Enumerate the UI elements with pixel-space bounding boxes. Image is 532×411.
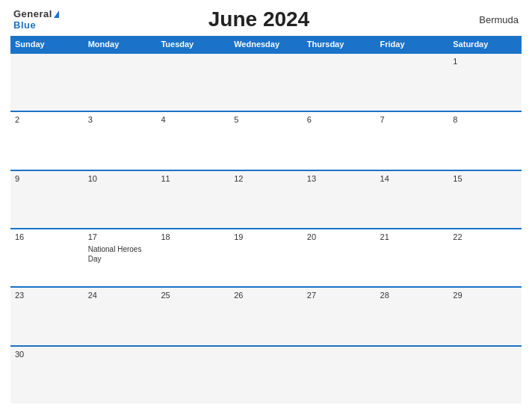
day-header-sunday: Sunday: [10, 36, 84, 52]
day-cell: 21: [376, 229, 449, 286]
day-number: 19: [234, 232, 298, 241]
day-cell: [376, 54, 449, 111]
day-number: 23: [15, 291, 79, 300]
day-header-saturday: Saturday: [448, 36, 522, 52]
day-cell: 8: [448, 112, 522, 169]
day-number: 7: [380, 115, 445, 124]
day-number: 20: [307, 232, 371, 241]
region-label: Bermuda: [459, 14, 519, 25]
day-cell: 6: [303, 112, 376, 169]
calendar-title: June 2024: [59, 7, 459, 31]
day-cell: [303, 54, 376, 111]
week-row-1: 1: [10, 52, 522, 111]
day-cell: 11: [156, 171, 229, 228]
logo-general-text: General: [13, 8, 52, 19]
day-number: 3: [88, 115, 152, 124]
day-number: 15: [453, 174, 517, 183]
calendar-page: General Blue June 2024 Bermuda Sunday Mo…: [0, 0, 532, 411]
day-cell: [303, 347, 376, 404]
day-number: 24: [88, 291, 152, 300]
day-number: 12: [234, 174, 298, 183]
day-cell: 25: [156, 288, 229, 344]
week-row-3: 9101112131415: [10, 170, 522, 228]
day-cell: 14: [376, 171, 449, 228]
day-cell: 20: [303, 229, 376, 286]
day-number: 5: [234, 115, 298, 124]
day-cell: [156, 347, 229, 404]
week-row-4: 1617National Heroes Day1819202122: [10, 228, 522, 286]
day-cell: 26: [229, 288, 303, 344]
day-cell: 19: [229, 229, 303, 286]
day-cell: [10, 54, 84, 111]
day-number: 13: [307, 174, 371, 183]
day-event: National Heroes Day: [88, 244, 152, 264]
day-number: 6: [307, 115, 371, 124]
day-header-monday: Monday: [84, 36, 157, 52]
day-number: 9: [15, 174, 79, 183]
day-cell: 13: [303, 171, 376, 228]
day-number: 21: [380, 232, 445, 241]
day-cell: 10: [84, 171, 157, 228]
day-number: 1: [453, 57, 517, 66]
day-number: 17: [88, 232, 152, 241]
day-number: 29: [453, 291, 517, 300]
weeks-container: 1234567891011121314151617National Heroes…: [10, 52, 522, 404]
day-number: 26: [234, 291, 298, 300]
day-cell: [376, 347, 449, 404]
week-row-5: 23242526272829: [10, 286, 522, 344]
days-header: Sunday Monday Tuesday Wednesday Thursday…: [10, 36, 522, 52]
day-cell: 17National Heroes Day: [84, 229, 157, 286]
day-header-wednesday: Wednesday: [229, 36, 303, 52]
day-cell: 18: [156, 229, 229, 286]
day-cell: 22: [448, 229, 522, 286]
day-number: 2: [15, 115, 79, 124]
day-cell: 29: [448, 288, 522, 344]
day-number: 10: [88, 174, 152, 183]
day-cell: 27: [303, 288, 376, 344]
day-number: 16: [15, 232, 79, 241]
day-number: 25: [161, 291, 225, 300]
day-number: 22: [453, 232, 517, 241]
day-cell: [156, 54, 229, 111]
day-cell: 16: [10, 229, 84, 286]
logo-triangle-icon: [54, 10, 59, 18]
day-cell: 12: [229, 171, 303, 228]
day-number: 4: [161, 115, 225, 124]
logo: General Blue: [13, 8, 59, 31]
day-number: 14: [380, 174, 445, 183]
day-header-friday: Friday: [376, 36, 449, 52]
day-number: 30: [15, 350, 79, 359]
logo-blue-text: Blue: [13, 19, 36, 31]
day-cell: 9: [10, 171, 84, 228]
day-cell: [448, 347, 522, 404]
day-cell: 2: [10, 112, 84, 169]
day-number: 11: [161, 174, 225, 183]
day-number: 28: [380, 291, 445, 300]
day-cell: 5: [229, 112, 303, 169]
day-number: 8: [453, 115, 517, 124]
day-cell: 7: [376, 112, 449, 169]
day-cell: 1: [448, 54, 522, 111]
week-row-2: 2345678: [10, 111, 522, 169]
day-cell: 30: [10, 347, 84, 404]
day-cell: [84, 347, 157, 404]
day-cell: 24: [84, 288, 157, 344]
day-cell: [84, 54, 157, 111]
day-header-tuesday: Tuesday: [156, 36, 229, 52]
day-number: 18: [161, 232, 225, 241]
day-number: 27: [307, 291, 371, 300]
day-cell: 15: [448, 171, 522, 228]
day-cell: 23: [10, 288, 84, 344]
day-header-thursday: Thursday: [303, 36, 376, 52]
day-cell: [229, 54, 303, 111]
header: General Blue June 2024 Bermuda: [0, 0, 532, 36]
day-cell: [229, 347, 303, 404]
day-cell: 4: [156, 112, 229, 169]
day-cell: 3: [84, 112, 157, 169]
week-row-6: 30: [10, 345, 522, 404]
calendar-grid: Sunday Monday Tuesday Wednesday Thursday…: [10, 36, 522, 404]
day-cell: 28: [376, 288, 449, 344]
